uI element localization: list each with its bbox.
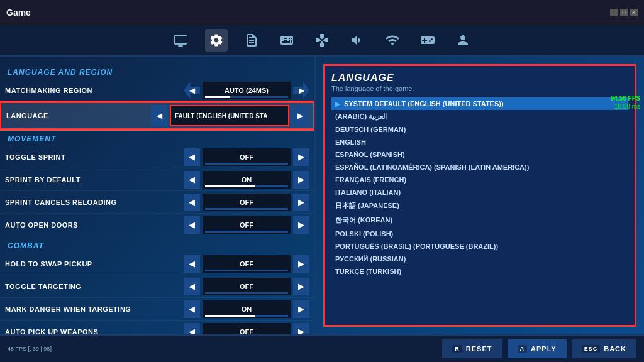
control-sprint-cancels: ◀ OFF ▶ bbox=[184, 194, 309, 211]
label-auto-pickup: AUTO PICK UP WEAPONS bbox=[5, 328, 184, 335]
control-hold-swap: ◀ OFF ▶ bbox=[184, 255, 309, 273]
language-panel-subtitle: The language of the game. bbox=[331, 85, 628, 92]
reset-button[interactable]: R RESET bbox=[442, 339, 502, 358]
arrow-left-auto-doors[interactable]: ◀ bbox=[184, 216, 200, 234]
nav-gear[interactable] bbox=[205, 29, 228, 52]
arrow-left-auto-pickup[interactable]: ◀ bbox=[184, 323, 200, 335]
arrow-left-sprint-cancels[interactable]: ◀ bbox=[184, 194, 200, 211]
fps-counter: 94.56 FPS 10.58 ms bbox=[611, 94, 640, 111]
value-text-mark-danger: ON bbox=[242, 305, 252, 313]
bottom-bar: 48 FPS [, 39 | 98] R RESET A APPLY ESC B… bbox=[0, 334, 644, 362]
close-button[interactable]: ✕ bbox=[630, 9, 638, 16]
reset-label: RESET bbox=[466, 345, 492, 353]
arrow-right-language[interactable]: ▶ bbox=[292, 105, 308, 126]
arrow-right-toggle-sprint[interactable]: ▶ bbox=[293, 148, 309, 166]
back-label: BACK bbox=[604, 345, 626, 353]
language-item-german[interactable]: DEUTSCH (GERMAN) bbox=[331, 123, 628, 136]
setting-row-sprint-default: SPRINT BY DEFAULT ◀ ON ▶ bbox=[0, 168, 314, 191]
window-title: Game bbox=[6, 8, 31, 18]
control-toggle-targeting: ◀ OFF ▶ bbox=[184, 278, 309, 295]
label-mark-danger: MARK DANGER WHEN TARGETING bbox=[5, 305, 184, 313]
apply-button[interactable]: A APPLY bbox=[508, 339, 567, 358]
setting-row-toggle-targeting: TOGGLE TARGETING ◀ OFF ▶ bbox=[0, 275, 314, 298]
section-header-combat: COMBAT bbox=[0, 236, 314, 253]
language-item-spanish-latam[interactable]: ESPAÑOL (LATINOAMÉRICA) (SPANISH (LATIN … bbox=[331, 161, 628, 173]
value-sprint-cancels: OFF bbox=[203, 194, 291, 211]
value-text-hold-swap: OFF bbox=[240, 260, 253, 268]
value-hold-swap: OFF bbox=[203, 255, 291, 273]
setting-row-sprint-cancels: SPRINT CANCELS RELOADING ◀ OFF ▶ bbox=[0, 191, 314, 214]
right-panel: LANGUAGE The language of the game. ▶SYST… bbox=[316, 57, 644, 334]
language-item-italian[interactable]: ITALIANO (ITALIAN) bbox=[331, 186, 628, 199]
arrow-right-toggle-targeting[interactable]: ▶ bbox=[293, 278, 309, 295]
arrow-left-sprint-default[interactable]: ◀ bbox=[184, 171, 200, 189]
language-item-polish[interactable]: POLSKI (POLISH) bbox=[331, 228, 628, 240]
language-current-value: FAULT (ENGLISH (UNITED STA bbox=[175, 112, 267, 119]
label-sprint-default: SPRINT BY DEFAULT bbox=[5, 176, 184, 184]
language-item-korean[interactable]: 한국어 (KOREAN) bbox=[331, 213, 628, 228]
language-item-turkish[interactable]: TÜRKÇE (TURKISH) bbox=[331, 265, 628, 278]
arrow-left-language[interactable]: ◀ bbox=[151, 105, 167, 126]
label-auto-doors: AUTO OPEN DOORS bbox=[5, 221, 184, 229]
nav-controller[interactable] bbox=[416, 29, 439, 52]
language-item-japanese[interactable]: 日本語 (JAPANESE) bbox=[331, 199, 628, 213]
arrow-left-toggle-sprint[interactable]: ◀ bbox=[184, 148, 200, 166]
label-sprint-cancels: SPRINT CANCELS RELOADING bbox=[5, 199, 184, 206]
back-button[interactable]: ESC BACK bbox=[572, 339, 636, 358]
language-item-russian[interactable]: РУССКИЙ (RUSSIAN) bbox=[331, 253, 628, 265]
arrow-left-toggle-targeting[interactable]: ◀ bbox=[184, 278, 200, 295]
value-text-toggle-targeting: OFF bbox=[240, 283, 253, 290]
control-auto-pickup: ◀ OFF ▶ bbox=[184, 323, 309, 335]
back-key: ESC bbox=[582, 345, 601, 353]
section-header-language-region: LANGUAGE AND REGION bbox=[0, 63, 314, 79]
arrow-right-auto-doors[interactable]: ▶ bbox=[293, 216, 309, 234]
nav-network[interactable] bbox=[381, 29, 404, 52]
bottom-fps-debug: 48 FPS [, 39 | 98] bbox=[8, 346, 437, 352]
arrow-left-mark-danger[interactable]: ◀ bbox=[184, 300, 200, 318]
control-sprint-default: ◀ ON ▶ bbox=[184, 171, 309, 189]
value-text-sprint-cancels: OFF bbox=[240, 199, 253, 206]
nav-keyboard[interactable] bbox=[275, 29, 298, 52]
nav-gamepad[interactable] bbox=[311, 29, 333, 52]
arrow-right-matchmaking[interactable]: ▶ bbox=[293, 82, 309, 99]
nav-text[interactable] bbox=[240, 29, 263, 52]
arrow-right-mark-danger[interactable]: ▶ bbox=[293, 300, 309, 318]
arrow-right-sprint-default[interactable]: ▶ bbox=[293, 171, 309, 189]
minimize-button[interactable]: — bbox=[610, 9, 618, 16]
language-item-arabic[interactable]: (ARABIC) العربية bbox=[331, 110, 628, 123]
arrow-right-hold-swap[interactable]: ▶ bbox=[293, 255, 309, 273]
value-text-auto-doors: OFF bbox=[240, 221, 253, 229]
nav-volume[interactable] bbox=[346, 29, 369, 52]
arrow-right-sprint-cancels[interactable]: ▶ bbox=[293, 194, 309, 211]
language-list: ▶SYSTEM DEFAULT (ENGLISH (UNITED STATES)… bbox=[331, 97, 628, 278]
setting-row-matchmaking: MATCHMAKING REGION ◀ AUTO (24MS) ▶ bbox=[0, 79, 314, 102]
control-mark-danger: ◀ ON ▶ bbox=[184, 300, 309, 318]
value-matchmaking: AUTO (24MS) bbox=[203, 82, 291, 99]
language-item-portuguese[interactable]: PORTUGUÊS (BRASIL) (PORTUGUESE (BRAZIL)) bbox=[331, 240, 628, 253]
apply-key: A bbox=[518, 345, 528, 353]
value-text-auto-pickup: OFF bbox=[240, 328, 253, 335]
language-item-english[interactable]: ENGLISH bbox=[331, 136, 628, 148]
language-item-french[interactable]: FRANÇAIS (FRENCH) bbox=[331, 173, 628, 186]
control-matchmaking: ◀ AUTO (24MS) ▶ bbox=[184, 82, 309, 99]
arrow-right-auto-pickup[interactable]: ▶ bbox=[293, 323, 309, 335]
value-text-toggle-sprint: OFF bbox=[240, 153, 253, 161]
value-text-sprint-default: ON bbox=[242, 176, 252, 184]
setting-row-auto-pickup: AUTO PICK UP WEAPONS ◀ OFF ▶ bbox=[0, 321, 314, 334]
arrow-left-matchmaking[interactable]: ◀ bbox=[184, 82, 200, 99]
label-toggle-sprint: TOGGLE SPRINT bbox=[5, 153, 184, 161]
nav-user[interactable] bbox=[452, 29, 474, 52]
arrow-left-hold-swap[interactable]: ◀ bbox=[184, 255, 200, 273]
setting-row-language: LANGUAGE ◀ FAULT (ENGLISH (UNITED STA ▶ bbox=[0, 102, 314, 129]
maximize-button[interactable]: □ bbox=[620, 9, 628, 16]
selected-indicator: ▶ bbox=[335, 101, 340, 107]
language-item-system-default[interactable]: ▶SYSTEM DEFAULT (ENGLISH (UNITED STATES)… bbox=[331, 97, 628, 110]
nav-monitor[interactable] bbox=[170, 29, 192, 52]
language-value-display: FAULT (ENGLISH (UNITED STA bbox=[170, 105, 289, 126]
reset-key: R bbox=[452, 345, 462, 353]
value-mark-danger: ON bbox=[203, 300, 291, 318]
setting-row-hold-swap: HOLD TO SWAP PICKUP ◀ OFF ▶ bbox=[0, 253, 314, 275]
setting-row-mark-danger: MARK DANGER WHEN TARGETING ◀ ON ▶ bbox=[0, 298, 314, 321]
control-language: ◀ FAULT (ENGLISH (UNITED STA ▶ bbox=[151, 105, 308, 126]
language-item-spanish[interactable]: ESPAÑOL (SPANISH) bbox=[331, 148, 628, 161]
